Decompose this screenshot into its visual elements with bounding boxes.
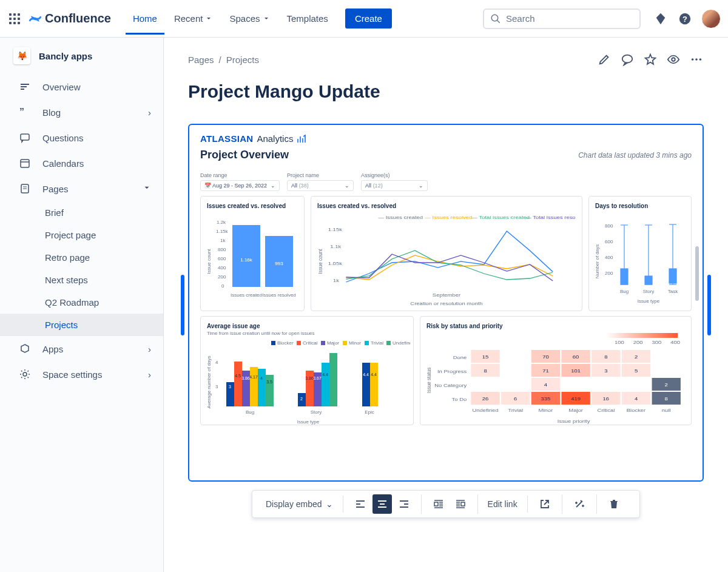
- svg-text:Issue priority: Issue priority: [558, 419, 590, 424]
- filter-date-range-select[interactable]: 📅 Aug 29 - Sep 26, 2022⌄: [200, 180, 280, 191]
- svg-rect-109: [329, 353, 337, 406]
- svg-text:Done: Done: [453, 355, 467, 360]
- breadcrumb-root[interactable]: Pages: [188, 55, 214, 65]
- svg-text:400: 400: [670, 340, 680, 345]
- pages-icon: [18, 182, 32, 195]
- filter-assignee-select[interactable]: All (12)⌄: [361, 180, 428, 191]
- apps-icon: [18, 342, 32, 355]
- svg-text:1.15k: 1.15k: [216, 229, 229, 234]
- svg-text:1k: 1k: [333, 278, 340, 283]
- svg-text:4.4: 4.4: [363, 372, 369, 377]
- svg-text:4.17: 4.17: [249, 375, 258, 379]
- svg-text:300: 300: [652, 340, 662, 345]
- svg-text:Blocker: Blocker: [277, 340, 294, 346]
- avatar[interactable]: [701, 9, 721, 29]
- svg-text:”: ”: [19, 107, 24, 117]
- nav-spaces[interactable]: Spaces: [222, 2, 277, 35]
- svg-text:335: 335: [541, 396, 551, 402]
- svg-rect-73: [271, 341, 275, 345]
- sidebar-item-pages[interactable]: Pages: [0, 176, 163, 201]
- scrollbar[interactable]: [695, 246, 699, 301]
- open-external-icon[interactable]: [535, 494, 554, 514]
- confluence-logo[interactable]: Confluence: [28, 12, 111, 26]
- svg-text:600: 600: [605, 239, 613, 244]
- more-icon[interactable]: [689, 52, 704, 67]
- resize-handle-left[interactable]: [181, 275, 184, 335]
- comment-icon[interactable]: [620, 52, 635, 67]
- sidebar-item-space-settings[interactable]: Space settings›: [0, 362, 163, 387]
- svg-text:No Category: No Category: [434, 383, 467, 388]
- wrap-right-button[interactable]: [451, 494, 470, 514]
- sidebar-item-next-steps[interactable]: Next steps: [0, 269, 163, 291]
- sidebar-item-q2-roadmap[interactable]: Q2 Roadmap: [0, 291, 163, 314]
- space-header[interactable]: 🦊 Bancly apps: [0, 47, 163, 74]
- help-icon[interactable]: ?: [677, 11, 693, 27]
- svg-rect-8: [18, 22, 20, 24]
- svg-text:3.86: 3.86: [305, 376, 314, 380]
- align-center-button[interactable]: [372, 494, 392, 514]
- svg-text:70: 70: [542, 354, 549, 360]
- sidebar-item-projects[interactable]: Projects: [0, 314, 163, 336]
- svg-text:September: September: [433, 292, 460, 298]
- svg-text:In Progress: In Progress: [437, 369, 467, 374]
- svg-rect-111: [362, 363, 370, 406]
- notifications-icon[interactable]: [653, 11, 669, 27]
- svg-text:3: 3: [215, 384, 218, 389]
- create-button[interactable]: Create: [345, 8, 392, 29]
- svg-rect-59: [621, 269, 628, 284]
- svg-text:Issue type: Issue type: [638, 298, 660, 304]
- resize-handle-right[interactable]: [707, 275, 711, 335]
- app-switcher-icon[interactable]: [7, 12, 22, 26]
- page-title: Project Mango Update: [188, 81, 704, 102]
- edit-link-button[interactable]: Edit link: [485, 496, 520, 513]
- sidebar-item-calendars[interactable]: Calendars: [0, 150, 163, 176]
- svg-text:— Issues created: — Issues created: [379, 215, 423, 220]
- magic-icon[interactable]: [570, 494, 589, 514]
- svg-rect-6: [9, 22, 12, 24]
- sidebar-item-apps[interactable]: Apps›: [0, 336, 163, 362]
- svg-rect-35: [232, 225, 260, 287]
- svg-text:6: 6: [514, 396, 517, 402]
- svg-text:8: 8: [484, 368, 487, 374]
- search-input[interactable]: Search: [483, 8, 641, 29]
- chart-days-resolution: Days to resolution Number of days 800600…: [588, 196, 692, 311]
- filter-project-select[interactable]: All (38)⌄: [287, 180, 354, 191]
- svg-text:3.5: 3.5: [266, 380, 272, 384]
- svg-text:Number of days: Number of days: [595, 244, 600, 278]
- svg-rect-75: [297, 341, 301, 345]
- star-icon[interactable]: [643, 52, 658, 67]
- breadcrumb-current[interactable]: Projects: [226, 55, 259, 65]
- sidebar-item-blog[interactable]: ”Blog›: [0, 99, 163, 125]
- chevron-down-icon: ⌄: [271, 183, 275, 189]
- sidebar-item-questions[interactable]: Questions: [0, 125, 163, 150]
- nav-recent[interactable]: Recent: [167, 2, 220, 35]
- svg-text:15: 15: [482, 354, 489, 360]
- svg-text:2: 2: [635, 354, 638, 360]
- svg-rect-174: [461, 502, 465, 506]
- nav-templates[interactable]: Templates: [280, 2, 335, 35]
- align-left-button[interactable]: [351, 494, 370, 514]
- sidebar-item-overview[interactable]: Overview: [0, 74, 163, 99]
- sidebar-item-brief[interactable]: Brief: [0, 201, 163, 224]
- svg-text:5: 5: [635, 368, 638, 374]
- svg-text:null: null: [662, 408, 671, 413]
- svg-text:800: 800: [218, 247, 226, 252]
- align-right-button[interactable]: [394, 494, 414, 514]
- svg-text:4.4: 4.4: [322, 372, 328, 377]
- svg-text:Issues resolved: Issues resolved: [262, 292, 296, 298]
- svg-rect-83: [386, 341, 391, 345]
- wrap-left-button[interactable]: [429, 494, 448, 514]
- sidebar-item-project-page[interactable]: Project page: [0, 224, 163, 246]
- space-logo-icon: 🦊: [13, 47, 30, 64]
- chevron-down-icon: ⌄: [345, 183, 349, 189]
- edit-icon[interactable]: [597, 52, 612, 67]
- svg-rect-14: [21, 134, 29, 140]
- svg-text:Blocker: Blocker: [627, 408, 646, 413]
- sidebar-item-retro-page[interactable]: Retro page: [0, 246, 163, 269]
- svg-text:Undefined: Undefined: [472, 408, 498, 413]
- analytics-embed[interactable]: ATLASSIAN Analytics Project Overview Cha…: [188, 124, 704, 482]
- nav-home[interactable]: Home: [126, 2, 164, 35]
- delete-icon[interactable]: [604, 494, 624, 514]
- watch-icon[interactable]: [666, 52, 681, 67]
- display-mode-select[interactable]: Display embed ⌄: [263, 496, 335, 513]
